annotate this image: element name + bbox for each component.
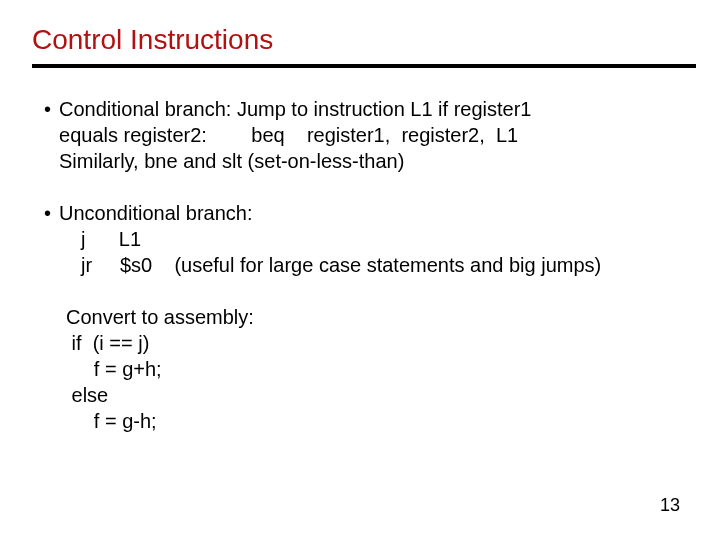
bullet-2-row1: j L1 <box>59 226 696 252</box>
bullet-1: • Conditional branch: Jump to instructio… <box>44 96 696 174</box>
bullet-2-row2: jr $s0 (useful for large case statements… <box>59 252 696 278</box>
bullet-1-line2: equals register2: beq register1, registe… <box>59 122 696 148</box>
code-block: Convert to assembly: if (i == j) f = g+h… <box>44 304 696 434</box>
code-line-1: Convert to assembly: <box>66 304 696 330</box>
bullet-1-line1: Conditional branch: Jump to instruction … <box>59 96 696 122</box>
code-line-2: if (i == j) <box>66 330 696 356</box>
slide: Control Instructions • Conditional branc… <box>0 0 720 540</box>
bullet-2-line1: Unconditional branch: <box>59 200 696 226</box>
slide-body: • Conditional branch: Jump to instructio… <box>0 68 720 434</box>
slide-title: Control Instructions <box>0 0 720 64</box>
bullet-dot: • <box>44 200 51 278</box>
bullet-1-content: Conditional branch: Jump to instruction … <box>59 96 696 174</box>
code-line-4: else <box>66 382 696 408</box>
page-number: 13 <box>660 495 680 516</box>
bullet-2: • Unconditional branch: j L1 jr $s0 (use… <box>44 200 696 278</box>
code-line-5: f = g-h; <box>66 408 696 434</box>
code-line-3: f = g+h; <box>66 356 696 382</box>
bullet-2-content: Unconditional branch: j L1 jr $s0 (usefu… <box>59 200 696 278</box>
bullet-1-line3: Similarly, bne and slt (set-on-less-than… <box>59 148 696 174</box>
bullet-dot: • <box>44 96 51 174</box>
